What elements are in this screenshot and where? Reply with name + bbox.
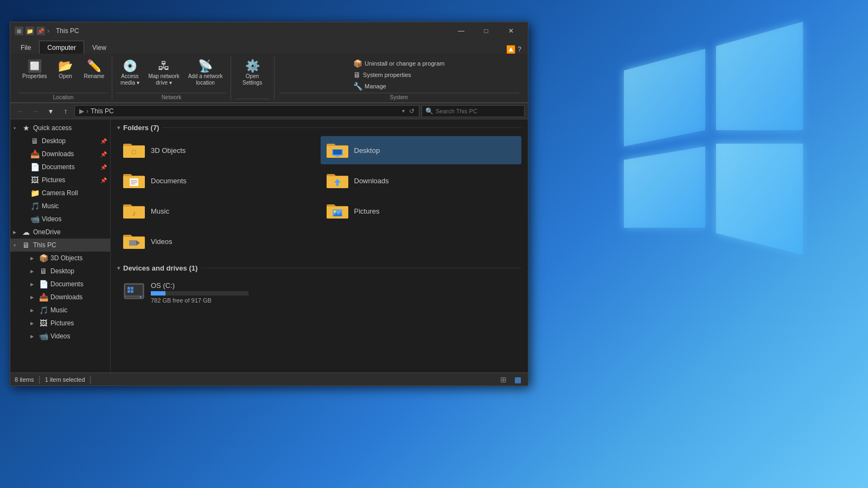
recent-locations-button[interactable]: ▾: [44, 105, 57, 118]
drive-item-c[interactable]: OS (C:) 782 GB free of 917 GB: [117, 277, 258, 308]
manage-button[interactable]: 🔧 Manage: [350, 81, 390, 92]
sidebar: ▾ ★ Quick access 🖥 Desktop 📌 📥 Downloads…: [10, 119, 111, 373]
tab-file[interactable]: File: [12, 41, 39, 54]
search-input[interactable]: [436, 108, 521, 114]
folder-item-desktop[interactable]: Desktop: [321, 136, 522, 164]
sidebar-item-desktop-qa[interactable]: 🖥 Desktop 📌: [10, 134, 110, 147]
sidebar-this-pc[interactable]: ▾ 🖥 This PC: [10, 239, 110, 252]
sidebar-item-pictures-pc[interactable]: ▶ 🖼 Pictures: [10, 317, 110, 330]
status-items-count: 8 items: [15, 376, 34, 383]
svg-rect-24: [131, 287, 133, 290]
svg-rect-20: [125, 285, 143, 296]
devices-chevron[interactable]: ▾: [117, 265, 120, 271]
window-controls: — □ ✕: [449, 22, 524, 40]
folder-name-3dobjects: 3D Objects: [151, 146, 186, 155]
folders-section-title: Folders (7): [123, 124, 159, 132]
system-properties-button[interactable]: 🖥 System properties: [350, 69, 414, 80]
folder-name-music: Music: [151, 207, 169, 215]
folder-item-3dobjects[interactable]: ⬡ 3D Objects: [117, 136, 318, 164]
sidebar-item-downloads-qa[interactable]: 📥 Downloads 📌: [10, 147, 110, 160]
svg-marker-0: [624, 49, 705, 146]
access-media-button[interactable]: 💿 Accessmedia ▾: [117, 58, 143, 88]
music-pc-label: Music: [50, 306, 107, 314]
cameraroll-icon-qa: 📁: [30, 188, 40, 198]
map-network-button[interactable]: 🖧 Map networkdrive ▾: [145, 58, 182, 88]
network-label: Network: [117, 93, 226, 100]
sidebar-item-downloads-pc[interactable]: ▶ 📥 Downloads: [10, 291, 110, 304]
maximize-button[interactable]: □: [474, 22, 499, 40]
sidebar-item-cameraroll-qa[interactable]: 📁 Camera Roll: [10, 187, 110, 200]
ribbon-group-location: 🔲 Properties 📂 Open ✏️ Rename Location: [15, 56, 112, 100]
open-settings-button[interactable]: ⚙️ OpenSettings: [239, 58, 265, 88]
view-tiles-button[interactable]: ▦: [512, 374, 524, 385]
folder-item-downloads[interactable]: Downloads: [321, 166, 522, 195]
devices-section-line: [201, 268, 521, 268]
sidebar-item-music-pc[interactable]: ▶ 🎵 Music: [10, 304, 110, 317]
rename-button[interactable]: ✏️ Rename: [81, 58, 108, 81]
sidebar-item-desktop-pc[interactable]: ▶ 🖥 Desktop: [10, 265, 110, 278]
cameraroll-qa-label: Camera Roll: [42, 189, 107, 197]
music-icon-pc: 🎵: [39, 305, 48, 315]
windows-icon: ⊞: [15, 27, 23, 35]
uninstall-button[interactable]: 📦 Uninstall or change a program: [350, 58, 448, 69]
pictures-qa-label: Pictures: [42, 176, 99, 184]
properties-button[interactable]: 🔲 Properties: [19, 58, 50, 81]
folders-chevron[interactable]: ▾: [117, 125, 120, 131]
sidebar-item-3dobjects[interactable]: ▶ 📦 3D Objects: [10, 252, 110, 265]
close-button[interactable]: ✕: [499, 22, 524, 40]
folder-icon-documents: [123, 171, 145, 190]
ribbon-group-open: ⚙️ OpenSettings: [231, 56, 275, 100]
sidebar-quick-access[interactable]: ▾ ★ Quick access: [10, 121, 110, 134]
title-bar-app-icons: ⊞ 📁 📌 ›: [15, 27, 49, 35]
sidebar-item-music-qa[interactable]: 🎵 Music: [10, 200, 110, 213]
minimize-button[interactable]: —: [449, 22, 474, 40]
sidebar-item-videos-pc[interactable]: ▶ 📹 Videos: [10, 330, 110, 343]
svg-text:♪: ♪: [132, 209, 136, 217]
folder-item-music[interactable]: ♪ Music: [117, 197, 318, 225]
path-this-pc: This PC: [91, 107, 114, 115]
sidebar-item-pictures-qa[interactable]: 🖼 Pictures 📌: [10, 174, 110, 187]
address-bar: ← → ▾ ↑ ▶ › This PC ▾ ↺ 🔍: [10, 103, 528, 119]
svg-marker-3: [716, 144, 803, 255]
svg-point-22: [140, 297, 142, 298]
forward-button[interactable]: →: [29, 105, 42, 118]
sidebar-item-documents-pc[interactable]: ▶ 📄 Documents: [10, 278, 110, 291]
folders-section-line: [162, 127, 521, 128]
tab-computer[interactable]: Computer: [39, 41, 84, 54]
folder-icon-desktop: [326, 140, 349, 160]
this-pc-label: This PC: [33, 241, 107, 249]
refresh-button[interactable]: ↺: [409, 107, 414, 115]
sidebar-onedrive[interactable]: ▶ ☁ OneDrive: [10, 226, 110, 239]
sidebar-item-videos-qa[interactable]: 📹 Videos: [10, 213, 110, 226]
videos-pc-label: Videos: [50, 332, 107, 340]
ribbon-tabs: File Computer View 🔼 ?: [10, 40, 528, 54]
open-icon: 📂: [58, 60, 73, 72]
add-network-button[interactable]: 📡 Add a networklocation: [185, 58, 226, 88]
quick-access-icon: 📌: [36, 27, 45, 35]
videos-icon-pc: 📹: [39, 331, 48, 341]
up-button[interactable]: ↑: [59, 105, 72, 118]
tab-view[interactable]: View: [84, 41, 114, 54]
folder-name-videos: Videos: [151, 237, 173, 246]
quick-access-label: Quick access: [33, 124, 107, 132]
downloads-pin-icon: 📌: [100, 151, 107, 157]
ribbon-content: 🔲 Properties 📂 Open ✏️ Rename Location 💿: [10, 54, 528, 103]
folder-item-pictures[interactable]: Pictures: [321, 197, 522, 225]
desktop-pc-label: Desktop: [50, 267, 107, 275]
documents-icon-qa: 📄: [30, 162, 40, 172]
folder-item-videos[interactable]: Videos: [117, 227, 318, 255]
status-view-controls: ⊞ ▦: [497, 374, 524, 385]
access-media-icon: 💿: [123, 60, 137, 72]
search-box[interactable]: 🔍: [422, 105, 525, 117]
documents-pc-label: Documents: [50, 280, 107, 288]
back-button[interactable]: ←: [14, 105, 27, 118]
address-path[interactable]: ▶ › This PC ▾ ↺: [74, 105, 419, 117]
map-network-icon: 🖧: [158, 60, 170, 72]
path-dropdown[interactable]: ▾: [402, 108, 405, 114]
ribbon-expand[interactable]: 🔼 ?: [502, 45, 526, 54]
view-details-button[interactable]: ⊞: [497, 374, 509, 385]
folder-item-documents[interactable]: Documents: [117, 166, 318, 195]
sidebar-item-documents-qa[interactable]: 📄 Documents 📌: [10, 160, 110, 174]
open-button[interactable]: 📂 Open: [53, 58, 79, 81]
quick-access-icon: ★: [21, 123, 31, 133]
